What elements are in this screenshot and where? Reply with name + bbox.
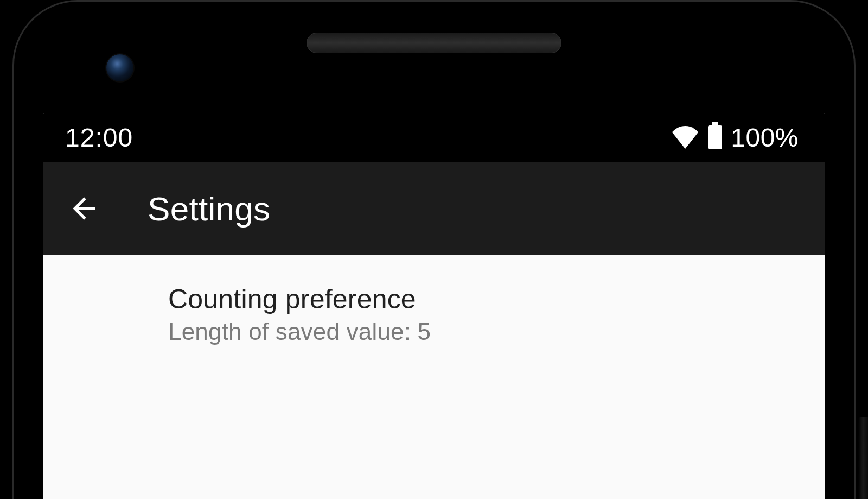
phone-frame: 12:00 100% Settings Counting preference xyxy=(0,0,868,499)
arrow-back-icon xyxy=(67,192,101,225)
phone-front-camera xyxy=(105,53,135,83)
status-bar: 12:00 100% xyxy=(43,113,825,162)
phone-speaker xyxy=(307,33,561,53)
phone-side-button xyxy=(858,417,868,499)
back-button[interactable] xyxy=(67,192,101,225)
preference-summary: Length of saved value: 5 xyxy=(168,318,797,345)
battery-icon xyxy=(708,125,722,149)
battery-percent: 100% xyxy=(731,123,799,153)
page-title: Settings xyxy=(148,190,270,228)
preference-title: Counting preference xyxy=(168,283,797,315)
phone-screen: 12:00 100% Settings Counting preference xyxy=(43,113,825,499)
counting-preference-item[interactable]: Counting preference Length of saved valu… xyxy=(43,279,825,356)
status-icons: 100% xyxy=(671,123,799,153)
app-bar: Settings xyxy=(43,162,825,255)
wifi-icon xyxy=(671,126,699,149)
status-time: 12:00 xyxy=(65,123,133,153)
preference-list: Counting preference Length of saved valu… xyxy=(43,255,825,356)
